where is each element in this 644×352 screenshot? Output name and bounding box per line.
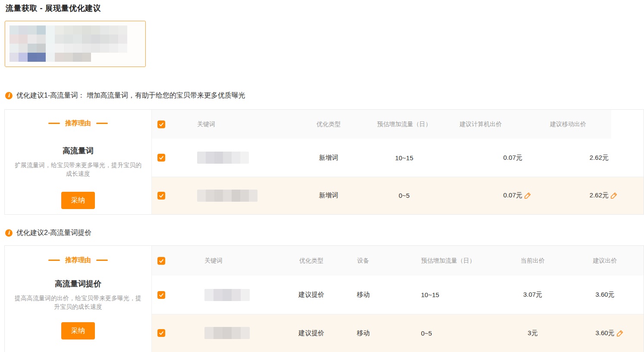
table-row-highlighted: 建议提价 移动 0~5 3元 3.60元 <box>152 314 644 352</box>
cell-estimated-traffic: 10~15 <box>372 154 437 162</box>
section2-table: 关键词 优化类型 设备 预估增加流量（日） 当前出价 建议出价 建议提价 移动 <box>152 246 644 352</box>
cell-mobile-bid: 2.62元 <box>525 191 611 200</box>
row-checkbox-cell <box>152 192 178 200</box>
redacted-thumbnail <box>9 25 145 62</box>
row-checkbox[interactable] <box>157 192 165 200</box>
col-current-bid: 当前出价 <box>498 257 567 265</box>
reason-title: 高流量词 <box>5 146 151 156</box>
section2-panel: 推荐理由 高流量词提价 提高高流量词的出价，给宝贝带来更多曝光，提升宝贝的成长速… <box>4 245 644 352</box>
dash-decoration <box>48 260 60 261</box>
row-checkbox[interactable] <box>157 154 165 162</box>
cell-suggested-bid: 3.60元 <box>567 329 643 337</box>
cell-estimated-traffic: 0~5 <box>389 330 498 337</box>
section2-reason-card: 推荐理由 高流量词提价 提高高流量词的出价，给宝贝带来更多曝光，提升宝贝的成长速… <box>5 246 152 352</box>
col-keyword: 关键词 <box>178 121 286 128</box>
reason-label: 推荐理由 <box>5 110 151 127</box>
page-title: 流量获取 - 展现量优化建议 <box>6 3 101 13</box>
adopt-button[interactable]: 采纳 <box>61 192 95 209</box>
info-icon: i <box>5 229 13 237</box>
cell-keyword <box>178 327 286 339</box>
edit-bid-icon[interactable] <box>524 191 532 200</box>
col-estimated-traffic: 预估增加流量（日） <box>389 257 498 265</box>
info-icon: i <box>5 92 13 99</box>
check-icon <box>158 121 164 127</box>
cell-device: 移动 <box>337 291 389 299</box>
dash-decoration <box>48 123 60 124</box>
edit-bid-icon[interactable] <box>616 329 624 337</box>
select-all-checkbox[interactable] <box>157 257 165 265</box>
cell-current-bid: 3元 <box>498 329 567 337</box>
cell-keyword <box>178 289 286 301</box>
check-icon <box>158 193 164 199</box>
cell-pc-bid: 0.07元 <box>437 191 525 200</box>
reason-label: 推荐理由 <box>5 246 151 264</box>
col-optimization-type: 优化类型 <box>286 257 337 265</box>
col-mobile-bid: 建议移动出价 <box>525 121 611 128</box>
header-checkbox-cell <box>152 257 178 265</box>
col-suggested-bid: 建议出价 <box>567 257 643 265</box>
keyword-redacted <box>204 327 250 339</box>
table-row-highlighted: 新增词 0~5 0.07元 2.62元 <box>152 177 644 214</box>
keyword-redacted <box>204 289 250 301</box>
row-checkbox[interactable] <box>157 329 165 337</box>
section1-panel: 推荐理由 高流量词 扩展流量词，给宝贝带来更多曝光，提升宝贝的成长速度 采纳 关… <box>4 109 644 215</box>
cell-optimization-type: 新增词 <box>286 154 372 162</box>
col-estimated-traffic: 预估增加流量（日） <box>372 121 437 128</box>
reason-title: 高流量词提价 <box>5 279 151 289</box>
col-optimization-type: 优化类型 <box>286 121 372 128</box>
creative-preview-card[interactable] <box>5 21 146 67</box>
table-header-row: 关键词 优化类型 设备 预估增加流量（日） 当前出价 建议出价 <box>152 246 644 276</box>
row-checkbox-cell <box>152 329 178 337</box>
cell-keyword <box>178 152 286 164</box>
col-keyword: 关键词 <box>178 257 286 265</box>
check-icon <box>158 330 164 336</box>
row-checkbox-cell <box>152 291 178 299</box>
adopt-button[interactable]: 采纳 <box>61 322 95 339</box>
reason-description: 提高高流量词的出价，给宝贝带来更多曝光，提升宝贝的成长速度 <box>5 294 151 311</box>
dash-decoration <box>96 123 108 124</box>
cell-optimization-type: 新增词 <box>286 191 372 200</box>
cell-optimization-type: 建议提价 <box>286 329 337 337</box>
keyword-redacted <box>197 190 258 202</box>
row-checkbox[interactable] <box>157 291 165 299</box>
section2-header: i 优化建议2-高流量词提价 <box>5 228 91 238</box>
table-header-row: 关键词 优化类型 预估增加流量（日） 建议计算机出价 建议移动出价 <box>152 110 611 139</box>
cell-estimated-traffic: 10~15 <box>389 291 498 298</box>
cell-estimated-traffic: 0~5 <box>372 192 437 199</box>
table-row: 新增词 10~15 0.07元 2.62元 <box>152 139 644 176</box>
check-icon <box>158 292 164 298</box>
cell-mobile-bid: 2.62元 <box>525 154 611 162</box>
cell-optimization-type: 建议提价 <box>286 291 337 299</box>
section2-header-text: 优化建议2-高流量词提价 <box>16 228 91 238</box>
row-checkbox-cell <box>152 154 178 162</box>
section1-header-text: 优化建议1-高流量词： 增加高流量词，有助于给您的宝贝带来更多优质曝光 <box>16 91 245 100</box>
section1-reason-card: 推荐理由 高流量词 扩展流量词，给宝贝带来更多曝光，提升宝贝的成长速度 采纳 <box>5 110 152 214</box>
cell-keyword <box>178 190 286 202</box>
check-icon <box>158 155 164 161</box>
dash-decoration <box>96 260 108 261</box>
cell-suggested-bid: 3.60元 <box>567 291 643 299</box>
edit-bid-icon[interactable] <box>610 191 618 200</box>
cell-current-bid: 3.07元 <box>498 291 567 299</box>
col-pc-bid: 建议计算机出价 <box>437 121 525 128</box>
table-row: 建议提价 移动 10~15 3.07元 3.60元 <box>152 276 644 314</box>
keyword-redacted <box>197 152 249 164</box>
section1-header: i 优化建议1-高流量词： 增加高流量词，有助于给您的宝贝带来更多优质曝光 <box>5 91 245 100</box>
col-device: 设备 <box>337 257 389 265</box>
check-icon <box>158 258 164 264</box>
cell-device: 移动 <box>337 329 389 337</box>
cell-pc-bid: 0.07元 <box>437 154 525 162</box>
select-all-checkbox[interactable] <box>157 121 165 128</box>
header-checkbox-cell <box>152 121 178 128</box>
reason-description: 扩展流量词，给宝贝带来更多曝光，提升宝贝的成长速度 <box>5 161 151 178</box>
section1-table: 关键词 优化类型 预估增加流量（日） 建议计算机出价 建议移动出价 新增词 10… <box>152 110 644 214</box>
